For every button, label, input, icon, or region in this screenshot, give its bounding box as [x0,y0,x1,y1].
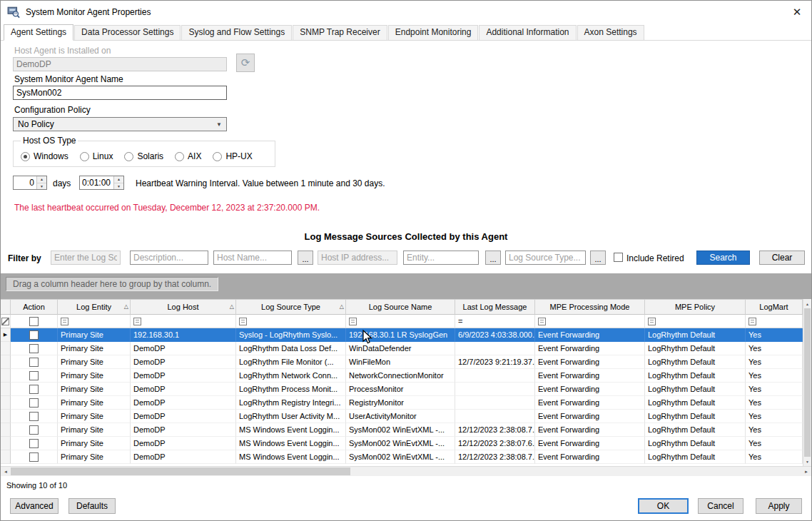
defaults-button[interactable]: Defaults [68,498,116,514]
tab-agent-settings[interactable]: Agent Settings [4,24,73,41]
row-checkbox[interactable] [29,412,39,421]
filter-cell-log-host[interactable] [131,315,236,328]
scroll-left-button[interactable]: ◄ [1,467,11,476]
tab-syslog-and-flow-settings[interactable]: Syslog and Flow Settings [181,25,292,40]
row-checkbox[interactable] [29,344,39,353]
cancel-button[interactable]: Cancel [698,498,744,514]
scroll-right-button[interactable]: ► [801,467,811,476]
ok-button[interactable]: OK [638,498,689,514]
scroll-up-button[interactable]: ▲ [803,299,811,308]
vertical-scrollbar-thumb[interactable] [804,308,811,457]
row-checkbox[interactable] [29,358,39,367]
radio-solaris[interactable]: Solaris [124,151,163,161]
filter-cell-last-log-message[interactable]: = [455,315,535,328]
row-checkbox[interactable] [29,385,39,394]
vertical-scrollbar[interactable]: ▲ ▼ [803,299,811,466]
host-name-filter-input[interactable] [213,251,292,265]
tab-axon-settings[interactable]: Axon Settings [577,25,644,40]
horizontal-scrollbar-thumb[interactable] [11,467,350,475]
table-row[interactable]: Primary SiteDemoDPLogRhythm Network Conn… [1,369,811,383]
table-row[interactable]: Primary SiteDemoDPMS Windows Event Loggi… [1,437,811,450]
row-checkbox[interactable] [29,452,39,462]
row-checkbox[interactable] [29,398,39,408]
clear-button[interactable]: Clear [759,251,805,265]
filter-box-icon[interactable] [61,318,68,325]
radio-hp-ux[interactable]: HP-UX [213,151,252,161]
entity-filter-input[interactable] [403,251,479,265]
log-source-filter-input[interactable] [51,251,121,265]
table-row[interactable]: Primary SiteDemoDPLogRhythm Process Moni… [1,383,811,396]
filter-cell-mpe-processing-mode[interactable] [535,315,645,328]
horizontal-scrollbar[interactable]: ◄ ► [1,466,811,476]
close-button[interactable]: ✕ [787,4,807,21]
filter-cell-log-source-name[interactable] [346,315,455,328]
spinner-down-icon[interactable]: ▼ [114,183,123,190]
equals-filter-icon[interactable]: = [458,317,462,325]
radio-windows[interactable]: Windows [21,151,68,161]
entity-browse-button[interactable]: ... [485,251,501,265]
agent-name-input[interactable] [13,86,227,100]
filter-box-icon[interactable] [349,318,357,325]
column-header-log-host[interactable]: Log Host△ [131,299,236,315]
include-retired-checkbox[interactable] [614,253,623,262]
select-all-checkbox[interactable] [29,317,39,326]
filter-box-icon[interactable] [133,318,141,325]
filter-box-icon[interactable] [748,318,756,325]
tab-additional-information[interactable]: Additional Information [479,25,576,40]
table-row[interactable]: ▶Primary Site192.168.30.1Syslog - LogRhy… [1,328,811,342]
table-row[interactable]: Primary SiteDemoDPLogRhythm User Activit… [1,410,811,423]
tab-endpoint-monitoring[interactable]: Endpoint Monitoring [388,25,479,40]
table-row[interactable]: Primary SiteDemoDPMS Windows Event Loggi… [1,450,811,464]
table-row[interactable]: Primary SiteDemoDPLogRhythm File Monitor… [1,355,811,369]
column-header-mpe-policy[interactable]: MPE Policy [645,299,746,315]
days-value[interactable] [14,176,36,189]
filter-cell-action[interactable] [11,315,58,328]
spinner-up-icon[interactable]: ▲ [37,176,46,183]
column-header-action[interactable]: Action [11,299,58,315]
column-header-logmart[interactable]: LogMart [746,299,803,315]
table-row[interactable]: Primary SiteDemoDPLogRhythm Data Loss De… [1,342,811,355]
row-checkbox[interactable] [29,371,39,380]
filter-cell-mpe-policy[interactable] [645,315,746,328]
refresh-host-button[interactable]: ⟳ [236,54,255,72]
cell-host: DemoDP [131,369,236,383]
tab-data-processor-settings[interactable]: Data Processor Settings [74,25,181,40]
advanced-button[interactable]: Advanced [10,498,59,514]
interval-value[interactable] [80,176,113,189]
filter-box-icon[interactable] [648,318,656,325]
spinner-up-icon[interactable]: ▲ [114,176,123,183]
spinner-down-icon[interactable]: ▼ [37,183,46,190]
description-filter-input[interactable] [130,251,208,265]
column-header-mpe-processing-mode[interactable]: MPE Processing Mode [535,299,645,315]
log-source-type-filter-input[interactable] [505,251,586,265]
scroll-down-button[interactable]: ▼ [803,457,811,466]
clear-filter-cell[interactable] [1,315,11,328]
days-spinner[interactable]: ▲ ▼ [13,176,47,190]
row-checkbox[interactable] [29,425,39,435]
column-header-log-source-type[interactable]: Log Source Type△ [236,299,346,315]
filter-cell-log-source-type[interactable] [236,315,346,328]
log-source-type-browse-button[interactable]: ... [590,251,606,265]
radio-aix[interactable]: AIX [175,151,201,161]
column-header-last-log-message[interactable]: Last Log Message [455,299,535,315]
clear-filter-icon[interactable] [1,318,9,325]
column-header-log-entity[interactable]: Log Entity△ [58,299,131,315]
table-row[interactable]: Primary SiteDemoDPMS Windows Event Loggi… [1,423,811,437]
radio-linux[interactable]: Linux [80,151,113,161]
row-checkbox[interactable] [29,330,39,340]
action-cell [11,369,58,383]
cell-type: LogRhythm File Monitor (... [236,355,346,369]
filter-box-icon[interactable] [538,318,546,325]
config-policy-select[interactable]: No Policy ▼ [13,117,227,131]
filter-box-icon[interactable] [239,318,247,325]
host-name-browse-button[interactable]: ... [298,251,313,265]
tab-snmp-trap-receiver[interactable]: SNMP Trap Receiver [293,25,387,40]
row-checkbox[interactable] [29,439,39,448]
filter-cell-logmart[interactable] [746,315,803,328]
apply-button[interactable]: Apply [756,498,802,514]
interval-spinner[interactable]: ▲ ▼ [79,176,124,190]
column-header-log-source-name[interactable]: Log Source Name [346,299,455,315]
table-row[interactable]: Primary SiteDemoDPLogRhythm Registry Int… [1,396,811,410]
search-button[interactable]: Search [696,251,750,265]
filter-cell-log-entity[interactable] [58,315,131,328]
